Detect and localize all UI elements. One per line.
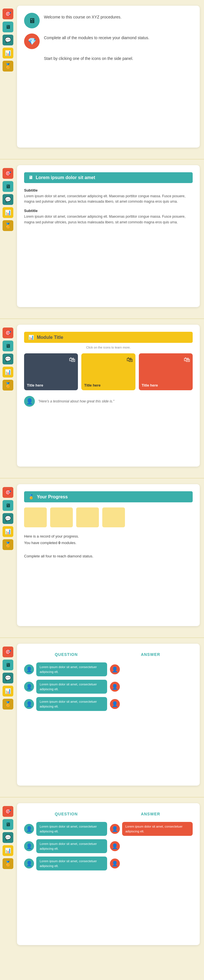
sidebar-icon-target-6[interactable]: 🎯 bbox=[3, 806, 13, 817]
sidebar-icon-chat-4[interactable]: 💬 bbox=[3, 513, 13, 524]
testimonial: 👤 "Here's a testimonial about how great … bbox=[24, 396, 193, 407]
sidebar-6: 🎯 🖥 💬 📊 🏅 bbox=[0, 803, 16, 869]
sidebar-icon-chart-6[interactable]: 📊 bbox=[3, 845, 13, 856]
sidebar-1: 🎯 🖥 💬 📊 🏅 bbox=[0, 6, 16, 72]
qa1-avatar-3: 👤 bbox=[24, 699, 34, 709]
qa2-answer-area-1: 👤 Lorem ipsum dolor sit amet, consectetu… bbox=[110, 822, 193, 836]
qa2-avatar-3: 👤 bbox=[24, 859, 34, 869]
qa1-content: QUESTION ANSWER 👤 Lorem ipsum dolor sit … bbox=[17, 644, 200, 786]
testimonial-text: "Here's a testimonial about how great th… bbox=[38, 399, 114, 403]
subtitle-text-1: Lorem ipsum dolor sit amet, consectetuer… bbox=[24, 194, 193, 204]
sidebar-icon-chart-5[interactable]: 📊 bbox=[3, 686, 13, 697]
sidebar-icon-target-3[interactable]: 🎯 bbox=[3, 328, 13, 338]
welcome-text-2: Complete all of the modules to receive y… bbox=[44, 33, 149, 41]
progress-header-text: Your Progress bbox=[37, 495, 68, 500]
progress-line-1: Here is a record of your progress. bbox=[24, 534, 79, 538]
subtitle-title-1: Subtitle bbox=[24, 188, 193, 192]
sidebar-icon-chat-2[interactable]: 💬 bbox=[3, 194, 13, 205]
qa2-answer-area-2: 👤 bbox=[110, 841, 193, 851]
qa1-header: QUESTION ANSWER bbox=[24, 651, 193, 658]
lorem-header: 🖥 Lorem ipsum dolor sit amet bbox=[24, 172, 193, 183]
lorem-block-1: Subtitle Lorem ipsum dolor sit amet, con… bbox=[24, 188, 193, 204]
bag-icon-2: 🛍 bbox=[127, 356, 133, 364]
sidebar-icon-chat-1[interactable]: 💬 bbox=[3, 35, 13, 45]
qa1-row-1: 👤 Lorem ipsum dolor sit amet, consectetu… bbox=[24, 662, 193, 676]
module-cards: 🛍 Title here 🛍 Title here 🛍 Title here bbox=[24, 353, 193, 390]
sidebar-icon-chat-6[interactable]: 💬 bbox=[3, 832, 13, 843]
progress-box-2 bbox=[50, 508, 73, 527]
qa2-answer-bubble-1: Lorem ipsum dolor sit amet, consectetuer… bbox=[122, 822, 193, 836]
qa1-col-question: QUESTION bbox=[24, 651, 109, 658]
qa2-content: QUESTION ANSWER 👤 Lorem ipsum dolor sit … bbox=[17, 803, 200, 945]
qa1-answer-1: 👤 bbox=[110, 664, 193, 675]
sidebar-icon-medal-6[interactable]: 🏅 bbox=[3, 858, 13, 869]
welcome-icon-diamond: 💎 bbox=[24, 33, 40, 49]
progress-header-icon: 🏅 bbox=[28, 494, 34, 500]
sidebar-icon-monitor-3[interactable]: 🖥 bbox=[3, 340, 13, 352]
progress-header: 🏅 Your Progress bbox=[24, 491, 193, 502]
sidebar-icon-monitor-4[interactable]: 🖥 bbox=[3, 500, 13, 511]
module-content: 📊 Module Title Click on the icons to lea… bbox=[17, 325, 200, 466]
progress-box-4 bbox=[102, 508, 125, 527]
welcome-item-3: Start by clicking one of the icons on th… bbox=[24, 54, 193, 62]
qa1-answer-avatar-3: 👤 bbox=[110, 699, 120, 709]
sidebar-icon-chart-1[interactable]: 📊 bbox=[3, 48, 13, 59]
module-header: 📊 Module Title bbox=[24, 332, 193, 343]
qa1-avatar-1: 👤 bbox=[24, 664, 34, 675]
card-title-1: Title here bbox=[27, 383, 43, 387]
module-card-1[interactable]: 🛍 Title here bbox=[24, 353, 78, 390]
progress-line-2: You have completed 0 modules. bbox=[24, 541, 76, 545]
qa1-row-2: 👤 Lorem ipsum dolor sit amet, consectetu… bbox=[24, 680, 193, 694]
slide-welcome: 🎯 🖥 💬 📊 🏅 🖥 Welcome to this course on XY… bbox=[0, 0, 204, 159]
sidebar-icon-medal-5[interactable]: 🏅 bbox=[3, 699, 13, 710]
subtitle-title-2: Subtitle bbox=[24, 208, 193, 213]
qa1-answer-2: 👤 bbox=[110, 682, 193, 692]
qa2-col-question: QUESTION bbox=[24, 810, 109, 818]
qa1-answer-avatar-2: 👤 bbox=[110, 682, 120, 692]
progress-line-3: Complete all four to reach diamond statu… bbox=[24, 554, 93, 558]
progress-box-1 bbox=[24, 508, 47, 527]
sidebar-icon-chat-3[interactable]: 💬 bbox=[3, 354, 13, 364]
welcome-content: 🖥 Welcome to this course on XYZ procedur… bbox=[17, 6, 200, 148]
qa2-header: QUESTION ANSWER bbox=[24, 810, 193, 818]
card-title-2: Title here bbox=[84, 383, 101, 387]
qa2-bubble-3: Lorem ipsum dolor sit amet, consectetuer… bbox=[36, 856, 107, 870]
sidebar-icon-medal-2[interactable]: 🏅 bbox=[3, 220, 13, 231]
welcome-item-1: 🖥 Welcome to this course on XYZ procedur… bbox=[24, 13, 193, 29]
sidebar-icon-medal-1[interactable]: 🏅 bbox=[3, 61, 13, 72]
progress-content: 🏅 Your Progress Here is a record of your… bbox=[17, 484, 200, 626]
qa2-avatar-2: 👤 bbox=[24, 841, 34, 851]
qa1-avatar-2: 👤 bbox=[24, 682, 34, 692]
lorem-content: 🖥 Lorem ipsum dolor sit amet Subtitle Lo… bbox=[17, 165, 200, 307]
sidebar-icon-target-2[interactable]: 🎯 bbox=[3, 168, 13, 179]
qa2-answer-avatar-3: 👤 bbox=[110, 859, 120, 869]
bag-icon-3: 🛍 bbox=[183, 356, 190, 364]
welcome-icon-monitor: 🖥 bbox=[24, 13, 40, 29]
qa1-answer-avatar-1: 👤 bbox=[110, 664, 120, 675]
sidebar-icon-chart-3[interactable]: 📊 bbox=[3, 367, 13, 377]
sidebar-icon-medal-3[interactable]: 🏅 bbox=[3, 380, 13, 391]
qa2-answer-avatar-2: 👤 bbox=[110, 841, 120, 851]
sidebar-icon-monitor-6[interactable]: 🖥 bbox=[3, 819, 13, 830]
lorem-block-2: Subtitle Lorem ipsum dolor sit amet, con… bbox=[24, 208, 193, 225]
module-card-3[interactable]: 🛍 Title here bbox=[139, 353, 193, 390]
progress-text: Here is a record of your progress. You h… bbox=[24, 533, 193, 560]
progress-boxes bbox=[24, 508, 193, 527]
module-header-text: Module Title bbox=[37, 335, 63, 340]
sidebar-icon-chart-2[interactable]: 📊 bbox=[3, 207, 13, 218]
sidebar-icon-monitor-1[interactable]: 🖥 bbox=[3, 22, 13, 32]
sidebar-icon-target-4[interactable]: 🎯 bbox=[3, 487, 13, 498]
header-text: Lorem ipsum dolor sit amet bbox=[36, 175, 95, 180]
sidebar-icon-target-5[interactable]: 🎯 bbox=[3, 646, 13, 657]
sidebar-icon-monitor-5[interactable]: 🖥 bbox=[3, 660, 13, 670]
sidebar-icon-chat-5[interactable]: 💬 bbox=[3, 673, 13, 683]
sidebar-icon-monitor-2[interactable]: 🖥 bbox=[3, 181, 13, 192]
sidebar-icon-chart-4[interactable]: 📊 bbox=[3, 526, 13, 537]
sidebar-icon-target-1[interactable]: 🎯 bbox=[3, 8, 13, 19]
sidebar-icon-medal-4[interactable]: 🏅 bbox=[3, 539, 13, 550]
qa2-row-2: 👤 Lorem ipsum dolor sit amet, consectetu… bbox=[24, 839, 193, 853]
qa1-answer-3: 👤 bbox=[110, 699, 193, 709]
slide-lorem: 🎯 🖥 💬 📊 🏅 🖥 Lorem ipsum dolor sit amet S… bbox=[0, 159, 204, 318]
qa2-answer-avatar-1: 👤 bbox=[110, 824, 120, 834]
module-card-2[interactable]: 🛍 Title here bbox=[81, 353, 135, 390]
